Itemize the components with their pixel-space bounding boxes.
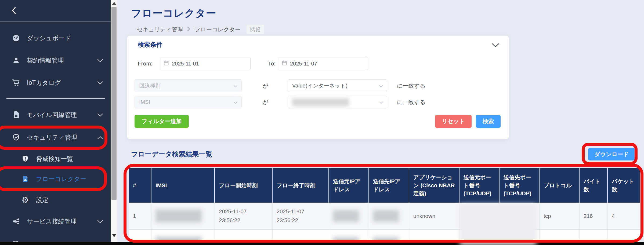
sidebar-item-dashboard[interactable]: ダッシュボード — [0, 30, 111, 47]
sidebar-item-label: 契約情報管理 — [27, 56, 64, 65]
network-hub-icon — [11, 217, 21, 225]
gear-icon: ⚙ — [20, 196, 30, 204]
filter-operator-text: が — [263, 79, 269, 92]
filter-operator-text: が — [263, 96, 269, 108]
sidebar-item-label: ダッシュボード — [27, 34, 71, 42]
cell-imsi — [151, 203, 215, 229]
sidebar-item-mobile-line-management[interactable]: モバイル回線管理 — [0, 106, 111, 123]
file-document-icon — [20, 175, 30, 183]
cell-flow-start: 2025-11-0723:56:22 — [215, 203, 273, 229]
filter-field-value: IMSI — [139, 99, 150, 105]
sidebar-scrollbar[interactable] — [111, 0, 117, 245]
to-date-value: 2025-11-07 — [290, 61, 317, 67]
sidebar-item-label: IoTカタログ — [27, 79, 61, 87]
chevron-down-icon — [233, 83, 238, 89]
filter-value-select-1[interactable]: Value(インターネット) — [288, 79, 387, 92]
col-header-imsi: IMSI — [151, 168, 215, 203]
chevron-down-icon — [97, 57, 103, 64]
sidebar-item-security-management[interactable]: セキュリティ管理 — [0, 129, 111, 146]
scroll-up-arrow-icon[interactable] — [112, 2, 116, 5]
search-panel: 検索条件 From: 2025-11-01 To: 2025-11-07 回線種… — [127, 36, 509, 139]
chevron-down-icon — [97, 79, 103, 86]
sidebar-item-contract-management[interactable]: 契約情報管理 — [0, 52, 111, 69]
sidebar: ダッシュボード 契約情報管理 IoTカタログ モバイル回 — [0, 0, 111, 245]
redacted-blur — [333, 210, 359, 222]
sidebar-divider — [0, 21, 111, 22]
filter-field-select-1[interactable]: 回線種別 — [135, 79, 242, 92]
user-icon — [11, 57, 21, 64]
col-header-dst-port: 送信先ポート番号 (TCP/UDP) — [500, 168, 540, 203]
sidebar-divider — [6, 98, 105, 99]
col-header-flow-end: フロー終了時刻 — [273, 168, 329, 203]
filter-condition-text: に一致する — [397, 79, 425, 92]
cell-bytes: 216 — [580, 203, 608, 229]
chevron-up-icon — [97, 134, 103, 141]
chevron-down-icon — [233, 99, 238, 105]
filter-field-select-2[interactable]: IMSI — [135, 96, 242, 108]
cell-dst-ip — [369, 203, 409, 229]
from-label: From: — [138, 57, 153, 70]
from-date-input[interactable]: 2025-11-01 — [160, 57, 251, 70]
calendar-icon — [164, 60, 169, 67]
col-header-src-port: 送信元ポート番号 (TCP/UDP) — [460, 168, 500, 203]
redacted-blur — [292, 98, 349, 106]
shield-check-icon — [11, 133, 21, 141]
cell-num: 1 — [129, 203, 151, 229]
col-header-dst-ip: 送信先IPアドレス — [369, 168, 409, 203]
redacted-blur — [460, 204, 536, 245]
add-filter-button[interactable]: フィルター追加 — [135, 115, 189, 128]
search-panel-title: 検索条件 — [138, 41, 162, 49]
to-date-input[interactable]: 2025-11-07 — [278, 57, 368, 70]
col-header-application: アプリケーション (Cisco NBAR定義) — [409, 168, 460, 203]
chevron-left-icon — [12, 7, 16, 15]
sim-card-icon — [11, 111, 21, 119]
panel-collapse-button[interactable] — [492, 43, 500, 49]
sidebar-item-service-connection-management[interactable]: サービス接続管理 — [0, 213, 111, 230]
filter-value: Value(インターネット) — [292, 82, 348, 89]
breadcrumb: セキュリティ管理 フローコレクター 閲覧 — [137, 25, 264, 34]
cart-icon — [11, 79, 21, 87]
from-date-value: 2025-11-01 — [172, 61, 199, 67]
scrollbar-thumb[interactable] — [111, 7, 117, 200]
download-button[interactable]: ダウンロード — [588, 148, 635, 160]
chevron-right-icon — [187, 26, 190, 33]
sidebar-item-label: フローコレクター — [36, 175, 86, 183]
results-title: フローデータ検索結果一覧 — [131, 150, 212, 159]
sidebar-collapse-button[interactable] — [12, 6, 20, 16]
calendar-icon — [282, 60, 287, 67]
redacted-blur — [155, 210, 202, 222]
col-header-protocol: プロトコル — [540, 168, 580, 203]
breadcrumb-parent[interactable]: セキュリティ管理 — [137, 26, 183, 33]
reset-button[interactable]: リセット — [435, 115, 472, 128]
col-header-bytes: バイト数 — [580, 168, 608, 203]
cell-src-ip — [329, 203, 369, 229]
filter-value-select-2[interactable] — [288, 96, 387, 108]
screenshot-bottom-edge — [0, 242, 644, 245]
chevron-down-icon — [97, 218, 103, 225]
sidebar-item-settings[interactable]: ⚙ 設定 — [0, 191, 111, 209]
scroll-down-arrow-icon[interactable] — [112, 234, 116, 237]
col-header-flow-start: フロー開始時刻 — [215, 168, 273, 203]
sidebar-item-flow-collector[interactable]: フローコレクター — [0, 170, 111, 188]
sidebar-item-label: セキュリティ管理 — [27, 133, 77, 142]
redacted-blur — [373, 210, 399, 222]
dashboard-gauge-icon — [11, 34, 21, 42]
filter-field-value: 回線種別 — [139, 82, 161, 89]
chevron-down-icon — [379, 83, 383, 89]
filter-condition-text: に一致する — [397, 96, 425, 108]
cell-application: unknown — [409, 203, 460, 229]
sidebar-item-label: 脅威検知一覧 — [36, 155, 73, 163]
chevron-down-icon — [492, 44, 499, 48]
app-screen: ダッシュボード 契約情報管理 IoTカタログ モバイル回 — [0, 0, 644, 245]
cell-protocol: tcp — [540, 203, 580, 229]
sidebar-item-label: モバイル回線管理 — [27, 111, 77, 119]
table-header-row: # IMSI フロー開始時刻 フロー終了時刻 送信元IPアドレス 送信先IPアド… — [129, 168, 641, 203]
sidebar-item-threat-detection-list[interactable]: 脅威検知一覧 — [0, 150, 111, 167]
table-row: 1 2025-11-0723:56:22 2025-11-0723:56:22 … — [129, 203, 641, 230]
to-label: To: — [268, 57, 276, 70]
sidebar-item-iot-catalog[interactable]: IoTカタログ — [0, 74, 111, 91]
search-button[interactable]: 検索 — [476, 115, 501, 128]
sidebar-item-label: サービス接続管理 — [27, 217, 77, 226]
cell-packets: 4 — [608, 203, 641, 229]
view-mode-badge: 閲覧 — [247, 25, 264, 34]
